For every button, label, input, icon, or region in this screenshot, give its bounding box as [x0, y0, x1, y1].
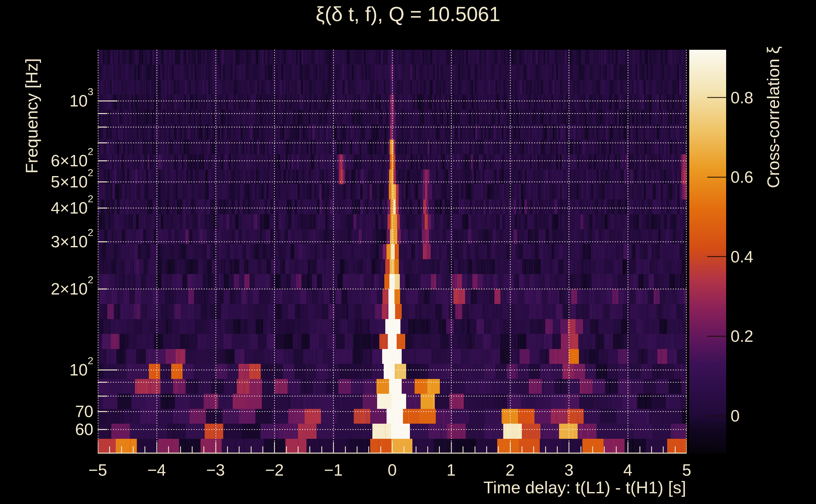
y-tick-label: 2×102 [51, 279, 93, 298]
y-tick-label: 70 [75, 402, 93, 421]
x-tick-label: −5 [88, 461, 107, 479]
colorbar-tick [707, 177, 726, 178]
colorbar [689, 50, 726, 454]
colorbar-tick [707, 97, 726, 98]
colorbar-tick-label: 0.6 [731, 168, 753, 186]
y-tick-label: 5×102 [51, 172, 93, 191]
colorbar-title: Cross-correlation ξ [763, 46, 783, 188]
x-tick-label: −1 [324, 461, 343, 479]
y-axis-title: Frequency [Hz] [22, 58, 41, 174]
colorbar-tick-label: 0.2 [731, 327, 753, 346]
colorbar-tick [707, 336, 726, 337]
x-tick-label: −4 [147, 461, 166, 479]
x-tick-label: −3 [206, 461, 225, 479]
y-tick-label: 103 [69, 91, 93, 110]
y-tick-label: 3×102 [51, 232, 93, 251]
x-axis-title: Time delay: t(L1) - t(H1) [s] [483, 478, 686, 497]
colorbar-tick-label: 0.4 [731, 247, 753, 266]
x-tick-label: 4 [624, 461, 633, 479]
colorbar-tick [707, 256, 726, 257]
colorbar-tick-label: 0 [731, 406, 740, 425]
y-tick-label: 4×102 [51, 198, 93, 217]
x-tick-label: −2 [265, 461, 284, 479]
y-tick-label: 60 [75, 420, 93, 439]
x-tick-label: 3 [564, 461, 573, 479]
x-tick-label: 1 [446, 461, 456, 479]
heatmap-canvas [98, 50, 687, 454]
figure: ξ(δ t, f), Q = 10.5061 1036×1025×1024×10… [0, 0, 816, 504]
x-tick-label: 0 [388, 461, 397, 479]
colorbar-tick [707, 415, 726, 416]
y-tick-label: 102 [69, 360, 93, 379]
x-tick-label: 5 [682, 461, 692, 479]
figure-title: ξ(δ t, f), Q = 10.5061 [0, 3, 816, 26]
y-tick-label: 6×102 [51, 151, 93, 170]
x-tick-label: 2 [505, 461, 514, 479]
colorbar-tick-label: 0.8 [731, 88, 753, 107]
